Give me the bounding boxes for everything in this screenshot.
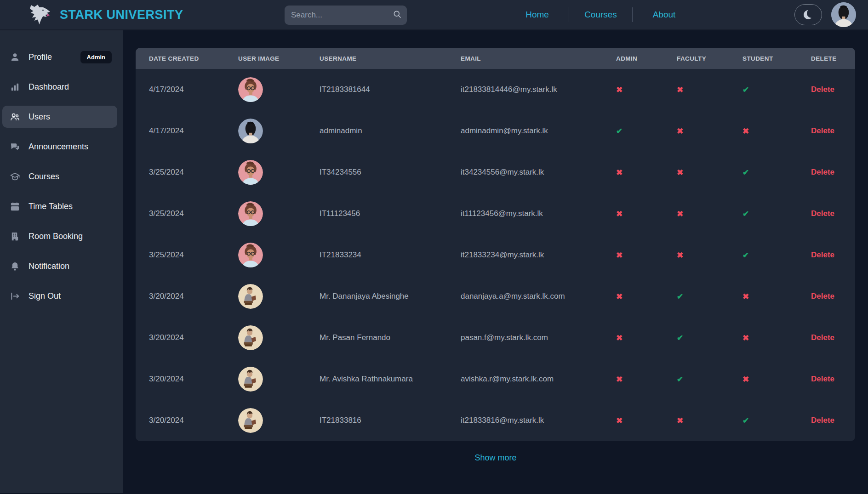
table-row: 3/20/2024 IT21833816 it21833816@my.stark… [136, 400, 855, 441]
graduation-icon [9, 171, 20, 182]
sidebar-item-users[interactable]: Users [2, 106, 117, 128]
column-header-user-image: USER IMAGE [238, 55, 320, 62]
cell-username: IT34234556 [320, 168, 461, 177]
table-row: 3/25/2024 IT34234556 it34234556@my.stark… [136, 152, 855, 193]
user-icon [9, 51, 20, 62]
header-avatar[interactable] [831, 2, 856, 27]
cell-admin-status: ✖ [616, 209, 677, 219]
cell-faculty-status: ✖ [677, 85, 742, 95]
check-icon: ✔ [616, 127, 622, 136]
delete-button[interactable]: Delete [811, 209, 834, 218]
delete-button[interactable]: Delete [811, 416, 834, 425]
cell-username: IT21833816 [320, 416, 461, 425]
cell-user-image [238, 367, 320, 392]
delete-button[interactable]: Delete [811, 333, 834, 342]
cell-email: it11123456@my.stark.lk [461, 209, 616, 218]
delete-button[interactable]: Delete [811, 126, 834, 135]
sidebar-item-announcements[interactable]: Announcements [2, 136, 117, 158]
table-row: 4/17/2024 IT2183381644 it21833814446@my.… [136, 69, 855, 110]
cell-user-image [238, 408, 320, 433]
user-avatar-boy-reading [238, 408, 263, 433]
cell-admin-status: ✖ [616, 375, 677, 384]
delete-button[interactable]: Delete [811, 292, 834, 301]
theme-toggle-button[interactable] [794, 4, 822, 25]
cross-icon: ✖ [742, 334, 749, 342]
search-input[interactable] [291, 11, 393, 20]
app-root: STARK UNIVERSITY Home Courses About Pr [0, 0, 868, 493]
table-header-row: DATE CREATEDUSER IMAGEUSERNAMEEMAILADMIN… [136, 48, 855, 69]
delete-button[interactable]: Delete [811, 168, 834, 176]
cross-icon: ✖ [677, 210, 683, 218]
sidebar-item-label: Profile [29, 52, 52, 62]
cell-email: it34234556@my.stark.lk [461, 168, 616, 177]
cell-email: avishka.r@my.stark.lk.com [461, 375, 616, 384]
user-avatar-boy-reading [238, 367, 263, 392]
cross-icon: ✖ [616, 375, 622, 384]
user-avatar-man-glasses-pink [238, 77, 263, 102]
cell-username: adminadmin [320, 126, 461, 136]
main-nav: Home Courses About [506, 0, 696, 29]
cell-date-created: 3/20/2024 [136, 416, 238, 425]
column-header-student: STUDENT [742, 55, 811, 62]
cell-user-image [238, 243, 320, 267]
sidebar-item-profile[interactable]: Profile Admin [2, 46, 117, 68]
sidebar-item-label: Users [29, 112, 50, 122]
sign-out-icon [9, 290, 20, 301]
delete-button[interactable]: Delete [811, 85, 834, 94]
brand-title: STARK UNIVERSITY [60, 8, 183, 22]
sidebar-item-notification[interactable]: Notification [2, 255, 117, 277]
cell-delete: Delete [811, 209, 855, 218]
nav-link-home[interactable]: Home [506, 10, 569, 20]
cell-username: IT21833234 [320, 250, 461, 260]
cell-username: Mr. Pasan Fernando [320, 333, 461, 342]
calendar-icon [9, 201, 20, 212]
check-icon: ✔ [677, 292, 683, 301]
table-row: 3/20/2024 Mr. Dananjaya Abesinghe dananj… [136, 276, 855, 317]
delete-button[interactable]: Delete [811, 250, 834, 259]
page-body: Profile Admin Dashboard Users Announceme… [0, 30, 868, 493]
user-avatar-man-glasses-pink [238, 201, 263, 226]
cell-faculty-status: ✔ [677, 375, 742, 384]
sidebar-item-courses[interactable]: Courses [2, 165, 117, 187]
user-avatar-dark-hair-back [238, 119, 263, 143]
cell-delete: Delete [811, 375, 855, 384]
cell-student-status: ✔ [742, 209, 811, 219]
cell-admin-status: ✖ [616, 416, 677, 426]
cross-icon: ✖ [742, 127, 749, 136]
check-icon: ✔ [742, 168, 749, 177]
sidebar-item-label: Time Tables [29, 202, 73, 211]
cross-icon: ✖ [616, 251, 622, 260]
sidebar-item-sign-out[interactable]: Sign Out [2, 285, 117, 307]
cell-user-image [238, 201, 320, 226]
main-content: DATE CREATEDUSER IMAGEUSERNAMEEMAILADMIN… [123, 30, 868, 493]
cell-date-created: 4/17/2024 [136, 126, 238, 136]
cell-delete: Delete [811, 333, 855, 342]
check-icon: ✔ [677, 375, 683, 384]
sidebar-list: Profile Admin Dashboard Users Announceme… [0, 46, 123, 307]
cell-email: it21833816@my.stark.lk [461, 416, 616, 425]
delete-button[interactable]: Delete [811, 375, 834, 383]
sidebar-item-room-booking[interactable]: Room Booking [2, 225, 117, 247]
column-header-username: USERNAME [320, 55, 461, 62]
cross-icon: ✖ [742, 292, 749, 301]
cell-admin-status: ✖ [616, 168, 677, 177]
check-icon: ✔ [742, 251, 749, 260]
search-icon[interactable] [393, 10, 402, 21]
cell-email: adminadmin@my.stark.lk [461, 126, 616, 136]
cell-date-created: 3/20/2024 [136, 292, 238, 301]
role-badge: Admin [80, 51, 112, 63]
sidebar-item-dashboard[interactable]: Dashboard [2, 76, 117, 98]
cross-icon: ✖ [616, 334, 622, 342]
nav-link-courses[interactable]: Courses [569, 10, 632, 20]
bell-icon [9, 261, 20, 272]
cell-delete: Delete [811, 292, 855, 301]
nav-link-about[interactable]: About [633, 10, 696, 20]
bar-chart-icon [9, 81, 20, 92]
cell-faculty-status: ✖ [677, 126, 742, 136]
cell-date-created: 3/25/2024 [136, 168, 238, 177]
sidebar-item-label: Announcements [29, 142, 88, 152]
show-more-link[interactable]: Show more [474, 453, 516, 462]
cell-username: IT2183381644 [320, 85, 461, 94]
sidebar-item-time-tables[interactable]: Time Tables [2, 195, 117, 217]
cross-icon: ✖ [677, 416, 683, 425]
